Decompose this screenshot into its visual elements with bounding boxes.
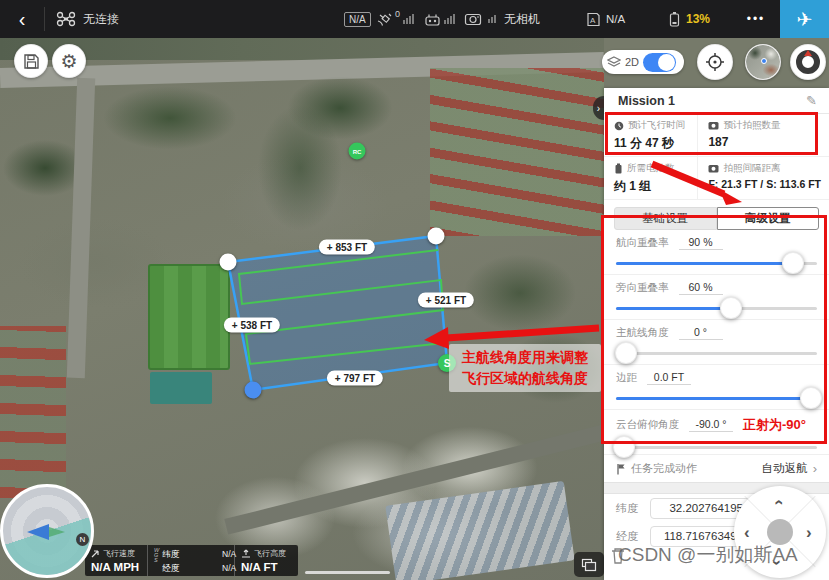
telemetry-speed: 飞行速度 N/A MPH (85, 545, 147, 576)
camera-status[interactable]: 无相机 (464, 0, 540, 38)
mission-header: Mission 1 ✎ (604, 88, 829, 114)
stat-value: F: 21.3 FT / S: 113.6 FT (708, 178, 821, 190)
telemetry-position: WGS 纬度N/A 经度N/A (147, 545, 234, 576)
save-mission-button[interactable] (14, 44, 48, 78)
interval-icon (708, 164, 719, 173)
rc-signal-status[interactable] (424, 0, 455, 38)
camera-status-label: 无相机 (504, 11, 540, 28)
finish-action-value: 自动返航 (762, 461, 808, 476)
compass-dial-button[interactable] (790, 44, 826, 80)
gps-signal-bars (403, 14, 414, 24)
camera-fov-wedge (49, 527, 65, 537)
polygon-handle-top-left[interactable] (220, 254, 237, 271)
telemetry-bar: 飞行速度 N/A MPH WGS 纬度N/A 经度N/A 飞行高度 N/A FT (85, 545, 298, 576)
more-options-button[interactable]: ••• (732, 0, 780, 38)
battery-percent: 13% (686, 12, 710, 26)
edit-mission-name-icon[interactable]: ✎ (806, 93, 817, 108)
finish-action-label: 任务完成动作 (631, 461, 697, 476)
altitude-value: N/A FT (241, 561, 293, 573)
takeoff-plane-icon: ✈ (797, 8, 813, 31)
polygon-handle-top-right[interactable] (428, 228, 445, 245)
battery-status[interactable]: 13% (668, 0, 710, 38)
satellite-map[interactable]: S RC + 853 FT + 521 FT + 538 FT + 797 FT (0, 38, 604, 580)
annotation-note-line2: 飞行区域的航线角度 (462, 368, 588, 389)
gear-icon: ⚙ (60, 50, 77, 73)
save-icon (23, 53, 40, 70)
connection-status-label: 无连接 (83, 11, 119, 28)
stat-label: 拍照间隔距离 (723, 162, 780, 175)
edge-distance-label-top: + 853 FT (319, 240, 375, 255)
annotation-rect-stats (605, 112, 818, 155)
lat-label: 纬度 (162, 549, 179, 561)
north-badge: N (76, 533, 89, 546)
altitude-label: 飞行高度 (254, 548, 286, 559)
flag-icon (616, 463, 626, 475)
datum-label: WGS (154, 548, 159, 576)
map-scale-bar (305, 571, 390, 574)
flight-mode-icon: A (585, 12, 601, 27)
stat-battery-count: 所需电池数 约 1 组 (604, 157, 698, 200)
aircraft-connection-status[interactable]: 无连接 (56, 0, 119, 38)
lng-label: 经度 (162, 563, 179, 575)
minimap-location-dot (761, 58, 767, 64)
toggle-knob (658, 54, 675, 71)
polygon-handle-bottom-left[interactable] (245, 382, 262, 399)
slider-track[interactable] (616, 446, 817, 449)
camera-icon (464, 12, 482, 26)
svg-text:A: A (590, 16, 596, 25)
latitude-label: 纬度 (616, 501, 644, 516)
view-mode-label: 2D (625, 56, 639, 68)
camera-signal-bars (488, 15, 496, 23)
speed-value: N/A MPH (91, 561, 142, 573)
watermark: CSDN @一别如斯AA (610, 542, 798, 568)
battery-count-icon (614, 163, 623, 174)
back-icon: ‹ (19, 8, 26, 31)
crosshair-icon (705, 52, 725, 72)
mission-polygon-layer (0, 38, 604, 580)
back-button[interactable]: ‹ (0, 0, 44, 38)
collapse-chevron-icon: › (597, 103, 600, 114)
mission-title: Mission 1 (618, 94, 806, 108)
takeoff-button[interactable]: ✈ (780, 0, 829, 38)
map-view-toggle[interactable]: 2D (602, 50, 684, 74)
edge-distance-label-bottom: + 797 FT (327, 371, 383, 386)
dpad-left-button[interactable]: ‹ (744, 524, 750, 541)
status-bar: ‹ 无连接 N/A 0 (0, 0, 829, 38)
map-layers-button[interactable] (574, 552, 604, 577)
edge-distance-label-right: + 521 FT (418, 293, 474, 308)
battery-icon (668, 11, 681, 28)
gps-status[interactable]: 0 (376, 0, 414, 38)
2d-toggle-switch[interactable] (643, 53, 676, 72)
minimap-button[interactable] (745, 44, 781, 80)
stat-value: 约 1 组 (614, 178, 689, 195)
latitude-input[interactable]: 32.202764195 (650, 498, 750, 519)
compass-dial (796, 50, 820, 74)
layers-icon (607, 56, 621, 69)
mission-settings-button[interactable]: ⚙ (52, 44, 86, 78)
dpad-right-button[interactable]: › (806, 524, 812, 541)
trash-icon (610, 546, 626, 565)
flight-mode-badge[interactable]: N/A (344, 0, 371, 38)
stat-photo-interval: 拍照间隔距离 F: 21.3 FT / S: 113.6 FT (698, 157, 829, 200)
dpad-up-button[interactable]: › (769, 500, 786, 506)
satellite-count: 0 (395, 9, 400, 19)
locate-button[interactable] (697, 44, 733, 80)
drone-icon (56, 11, 76, 27)
finish-action-row[interactable]: 任务完成动作 自动返航 › (604, 455, 829, 482)
rc-marker-label: RC (353, 148, 362, 154)
speed-label: 飞行速度 (103, 548, 135, 559)
annotation-rect-sliders (601, 215, 827, 444)
rc-mode-status[interactable]: A N/A (585, 0, 625, 38)
layers-stack-icon (581, 558, 597, 572)
attitude-compass (0, 484, 94, 578)
telemetry-altitude: 飞行高度 N/A FT (234, 545, 298, 576)
ellipsis-icon: ••• (747, 12, 766, 26)
drone-mission-planner-screen: { "topbar": { "back_glyph": "‹", "connec… (0, 0, 829, 580)
speed-arrow-icon (91, 549, 100, 558)
rc-mode-value: N/A (606, 13, 625, 25)
watermark-text: CSDN @一别如斯AA (618, 542, 798, 568)
satellite-icon (376, 12, 393, 27)
mode-badge-label: N/A (344, 12, 371, 27)
chevron-right-icon: › (813, 461, 817, 476)
rc-signal-bars (444, 14, 455, 24)
